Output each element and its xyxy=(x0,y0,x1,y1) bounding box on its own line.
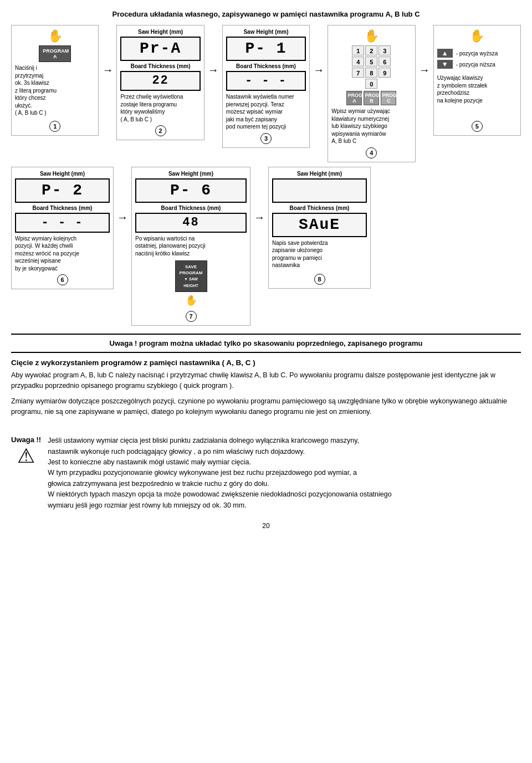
warning2-line5: głowica zatrzymywana jest bezpośrednio w… xyxy=(48,480,269,488)
keypad-9: 9 xyxy=(378,68,391,78)
warning2-line6: W niektórych typach maszyn opcja ta może… xyxy=(48,490,391,498)
position-arrows-step5: ▲ - pozycja wyższa ▼ - pozycja niższa xyxy=(437,49,517,69)
step2-display-top: Pr-A xyxy=(120,37,200,61)
step6-display-top: P- 2 xyxy=(15,178,110,203)
page-title: Procedura układania własnego, zapisywane… xyxy=(11,10,521,18)
step6-saw-label: Saw Height (mm) xyxy=(15,171,110,177)
pos-higher-label: - pozycja wyższa xyxy=(456,50,498,57)
step8-desc: Napis save potwierdzazapisanie ułożonego… xyxy=(272,239,367,269)
step6-display-bottom: - - - xyxy=(15,213,110,233)
arrow-6-7: → xyxy=(116,211,129,224)
warning2-label: Uwaga !! xyxy=(11,436,41,444)
keypad-6: 6 xyxy=(378,57,391,66)
page-number: 20 xyxy=(11,522,521,530)
step-number-4: 4 xyxy=(366,147,377,158)
warning2-line1: Jeśli ustawiony wymiar cięcia jest blisk… xyxy=(48,437,359,444)
step3-display-top: P- 1 xyxy=(226,37,306,61)
arrow-down-btn: ▼ xyxy=(437,60,453,69)
step6-board-label: Board Thickness (mm) xyxy=(15,205,110,211)
step4-desc: Wpisz wymiar używającklawiatury numerycz… xyxy=(331,107,411,145)
prog-buttons-step4: PROGRAMA PROGRAMB PROGRAMC xyxy=(331,91,411,105)
step7-saw-label: Saw Height (mm) xyxy=(135,171,247,177)
step-number-1: 1 xyxy=(49,121,60,132)
step-1-box: ✋ PROGRAMA Naciśnij iprzytrzymajok. 3s k… xyxy=(11,25,99,136)
keypad-0: 0 xyxy=(365,79,377,89)
warning2-text: Jeśli ustawiony wymiar cięcia jest blisk… xyxy=(48,436,391,511)
keypad-4: 4 xyxy=(352,57,364,66)
warning2-section: Uwaga !! ⚠ Jeśli ustawiony wymiar cięcia… xyxy=(11,436,521,511)
arrow-2-3: → xyxy=(207,64,220,76)
cuts-section-title: Cięcie z wykorzystaniem programów z pami… xyxy=(11,359,521,367)
warning-bar: Uwaga ! program można układać tylko po s… xyxy=(11,334,521,353)
arrow-1-2: → xyxy=(101,64,114,76)
hand-icon-step5: ✋ xyxy=(437,29,517,43)
step2-saw-label: Saw Height (mm) xyxy=(120,29,200,35)
step-number-5: 5 xyxy=(472,121,483,132)
arrow-3-4: → xyxy=(312,64,325,76)
step1-desc: Naciśnij iprzytrzymajok. 3s klawiszz lit… xyxy=(15,64,95,117)
arrow-4-5: → xyxy=(418,64,431,76)
steps-row-1: ✋ PROGRAMA Naciśnij iprzytrzymajok. 3s k… xyxy=(11,25,521,162)
arrow-up-btn: ▲ xyxy=(437,49,453,58)
step7-board-label: Board Thickness (mm) xyxy=(135,205,247,211)
step2-desc: Przez chwilę wyświetlonazostaje litera p… xyxy=(120,93,200,123)
cuts-para2: Zmiany wymiarów dotyczące poszczególnych… xyxy=(11,396,521,418)
program-a-badge: PROGRAMA xyxy=(39,45,71,62)
step7-display-bottom: 48 xyxy=(135,213,247,233)
pos-lower-label: - pozycja niższa xyxy=(456,62,495,68)
pos-arrow-lower: ▼ - pozycja niższa xyxy=(437,60,517,69)
step6-desc: Wpisz wymiary kolejnychpozycji. W każdej… xyxy=(15,235,110,273)
warning2-line4: W tym przypadku pozycjonowanie głowicy w… xyxy=(48,469,357,477)
step8-display-top xyxy=(272,178,367,203)
hand-icon-step7: ✋ xyxy=(135,294,247,306)
step-8-box: Saw Height (mm) Board Thickness (mm) SAu… xyxy=(268,167,371,289)
step-number-6: 6 xyxy=(57,274,68,285)
step-3-box: Saw Height (mm) P- 1 Board Thickness (mm… xyxy=(222,25,310,148)
step-5-box: ✋ ▲ - pozycja wyższa ▼ - pozycja niższa … xyxy=(433,25,521,136)
keypad-7: 7 xyxy=(352,68,364,78)
warning-triangle-icon: ⚠ xyxy=(17,446,35,466)
step3-saw-label: Saw Height (mm) xyxy=(226,29,306,35)
warning2-line3: Jest to konieczne aby nastawnik mógł ust… xyxy=(48,458,251,466)
step-number-7: 7 xyxy=(186,311,197,322)
step-number-2: 2 xyxy=(155,125,166,136)
step-2-box: Saw Height (mm) Pr-A Board Thickness (mm… xyxy=(116,25,204,140)
step-number-3: 3 xyxy=(260,133,272,144)
step7-desc: Po wpisaniu wartości naostatniej, planow… xyxy=(135,235,247,258)
keypad-8: 8 xyxy=(365,68,377,78)
step3-desc: Nastawnik wyświetla numerpierwszej pozyc… xyxy=(226,93,306,131)
hand-icon-step1: ✋ xyxy=(15,29,95,43)
pos-arrow-higher: ▲ - pozycja wyższa xyxy=(437,49,517,58)
keypad-2: 2 xyxy=(365,45,377,55)
hand-icon-step4: ✋ xyxy=(331,29,411,43)
step2-board-label: Board Thickness (mm) xyxy=(120,63,200,69)
step8-saw-label: Saw Height (mm) xyxy=(272,171,367,177)
step5-desc: Używając klawiszyz symbolem strzałekprze… xyxy=(437,74,517,104)
arrow-7-8: → xyxy=(253,211,266,224)
step7-display-top: P- 6 xyxy=(135,178,247,203)
prog-btn-b: PROGRAMB xyxy=(364,91,379,105)
step-number-8: 8 xyxy=(314,274,325,285)
prog-btn-a: PROGRAMA xyxy=(346,91,362,105)
step-4-box: ✋ 1 2 3 4 5 6 7 8 9 0 PROGRAMA PROGRAMB … xyxy=(328,25,415,162)
cuts-para1: Aby wywołać program A, B, lub C należy n… xyxy=(11,370,521,392)
step8-board-label: Board Thickness (mm) xyxy=(272,205,367,211)
prog-btn-c: PROGRAMC xyxy=(381,91,396,105)
keypad-step4: 1 2 3 4 5 6 7 8 9 0 xyxy=(352,45,391,89)
step2-display-bottom: 22 xyxy=(120,71,200,91)
step-7-box: Saw Height (mm) P- 6 Board Thickness (mm… xyxy=(131,167,250,326)
keypad-1: 1 xyxy=(352,45,364,55)
step8-display-bottom: SAuE xyxy=(272,213,367,237)
step-6-box: Saw Height (mm) P- 2 Board Thickness (mm… xyxy=(11,167,114,290)
save-program-button: SAVEPROGRAM▼ SAW HEIGHT xyxy=(175,260,207,292)
warning2-line7: wymiaru jeśli jego rozmiar jest równy lu… xyxy=(48,501,246,509)
step3-board-label: Board Thickness (mm) xyxy=(226,63,306,69)
keypad-5: 5 xyxy=(365,57,377,66)
keypad-3: 3 xyxy=(378,45,391,55)
steps-row-2: Saw Height (mm) P- 2 Board Thickness (mm… xyxy=(11,167,521,326)
warning2-line2: nastawnik wykonuje ruch podciągający gło… xyxy=(48,448,305,455)
step3-display-bottom: - - - xyxy=(226,71,306,91)
